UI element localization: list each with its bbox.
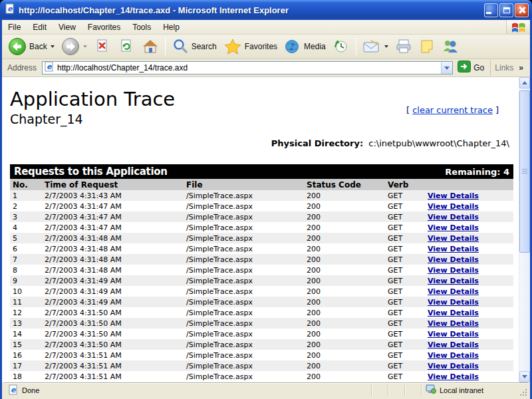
cell-no: 8 (10, 265, 42, 275)
bracket-close: ] (495, 105, 499, 115)
forward-icon (61, 37, 80, 56)
table-row: 7 2/7/2003 4:31:48 AM /SimpleTrace.aspx … (10, 254, 513, 265)
security-zone-pane: Local intranet (421, 385, 519, 396)
view-details-link[interactable]: View Details (428, 372, 479, 381)
search-button[interactable]: Search (168, 36, 220, 57)
history-button[interactable] (329, 36, 353, 57)
address-input[interactable]: e http://localhost/Chapter_14/trace.axd (42, 61, 453, 74)
close-button[interactable] (515, 3, 529, 17)
cell-file: /SimpleTrace.aspx (184, 243, 304, 254)
view-details-link[interactable]: View Details (428, 362, 479, 370)
menu-item[interactable]: File (2, 20, 27, 34)
back-dropdown-arrow[interactable] (51, 45, 55, 48)
cell-time: 2/7/2003 4:31:50 AM (42, 329, 184, 339)
cell-no: 15 (10, 339, 42, 350)
forward-button[interactable] (58, 36, 90, 57)
minimize-button[interactable] (484, 3, 498, 17)
browser-window: e http://localhost/Chapter_14/trace.axd … (0, 0, 532, 399)
view-details-link[interactable]: View Details (428, 255, 479, 264)
view-details-link[interactable]: View Details (428, 330, 479, 338)
cell-no: 16 (10, 350, 42, 360)
cell-no: 10 (10, 286, 42, 297)
scroll-down-button[interactable] (519, 371, 530, 382)
cell-status: 200 (304, 254, 385, 265)
cell-no: 11 (10, 297, 42, 307)
status-pane (388, 385, 404, 396)
print-button[interactable] (392, 36, 416, 57)
scrollbar-thumb[interactable] (519, 90, 530, 253)
view-details-link[interactable]: View Details (428, 213, 479, 221)
maximize-icon (503, 7, 510, 13)
windows-flag-icon (511, 21, 526, 33)
maximize-button[interactable] (499, 3, 513, 17)
stop-button[interactable] (90, 36, 114, 57)
scroll-up-button[interactable] (519, 77, 530, 88)
view-details-link[interactable]: View Details (428, 223, 479, 232)
status-text: Done (22, 386, 39, 394)
cell-status: 200 (304, 371, 385, 382)
cell-verb: GET (385, 275, 425, 286)
home-button[interactable] (138, 36, 162, 57)
table-row: 2 2/7/2003 4:31:47 AM /SimpleTrace.aspx … (10, 201, 513, 211)
cell-file: /SimpleTrace.aspx (184, 254, 304, 265)
cell-time: 2/7/2003 4:31:48 AM (42, 254, 184, 265)
menu-item[interactable]: View (53, 20, 82, 34)
back-button[interactable]: Back (5, 36, 58, 57)
view-details-link[interactable]: View Details (428, 192, 479, 200)
messenger-people-icon (442, 38, 459, 55)
menu-item[interactable]: Edit (27, 20, 53, 34)
mail-dropdown-arrow[interactable] (384, 45, 388, 48)
menu-item[interactable]: Favorites (82, 20, 126, 34)
go-label: Go (473, 63, 484, 72)
cell-no: 12 (10, 307, 42, 318)
cell-time: 2/7/2003 4:31:51 AM (42, 360, 184, 371)
view-details-link[interactable]: View Details (428, 245, 479, 253)
cell-file: /SimpleTrace.aspx (184, 201, 304, 211)
favorites-button[interactable]: Favorites (220, 36, 281, 57)
table-header-row: No. Time of Request File Status Code Ver… (10, 179, 513, 190)
view-details-link[interactable]: View Details (428, 340, 479, 349)
resize-grip-icon[interactable] (519, 388, 528, 397)
cell-verb: GET (385, 297, 425, 307)
vertical-scrollbar[interactable] (519, 77, 530, 382)
view-details-link[interactable]: View Details (428, 234, 479, 243)
edit-button[interactable] (416, 36, 438, 57)
view-details-link[interactable]: View Details (428, 277, 479, 285)
links-toolbar[interactable]: Links » (490, 60, 527, 76)
table-row: 10 2/7/2003 4:31:49 AM /SimpleTrace.aspx… (10, 286, 513, 297)
remaining-count: Remaining: 4 (445, 167, 509, 177)
cell-verb: GET (385, 360, 425, 371)
col-header-details (425, 179, 513, 190)
cell-file: /SimpleTrace.aspx (184, 275, 304, 286)
cell-verb: GET (385, 222, 425, 233)
cell-no: 5 (10, 233, 42, 243)
clear-current-trace-link[interactable]: clear current trace (412, 105, 493, 115)
view-details-link[interactable]: View Details (428, 351, 479, 360)
mail-button[interactable] (359, 36, 392, 57)
view-details-link[interactable]: View Details (428, 298, 479, 307)
view-details-link[interactable]: View Details (428, 266, 479, 275)
table-row: 17 2/7/2003 4:31:51 AM /SimpleTrace.aspx… (10, 360, 513, 371)
cell-status: 200 (304, 201, 385, 211)
scrollbar-track[interactable] (519, 88, 530, 371)
cell-file: /SimpleTrace.aspx (184, 211, 304, 222)
view-details-link[interactable]: View Details (428, 202, 479, 211)
view-details-link[interactable]: View Details (428, 287, 479, 296)
cell-no: 14 (10, 329, 42, 339)
address-dropdown-button[interactable] (441, 62, 452, 74)
table-row: 5 2/7/2003 4:31:48 AM /SimpleTrace.aspx … (10, 233, 513, 243)
menu-item[interactable]: Help (157, 20, 186, 34)
go-button[interactable]: Go (453, 60, 489, 76)
forward-dropdown-arrow[interactable] (83, 45, 87, 48)
refresh-button[interactable] (114, 36, 138, 57)
address-value[interactable]: http://localhost/Chapter_14/trace.axd (55, 63, 441, 72)
menu-item[interactable]: Tools (126, 20, 157, 34)
cell-no: 7 (10, 254, 42, 265)
view-details-link[interactable]: View Details (428, 319, 479, 328)
messenger-button[interactable] (438, 36, 462, 57)
media-button[interactable]: ♪ Media (281, 36, 329, 57)
links-chevron-icon[interactable]: » (519, 63, 523, 72)
view-details-link[interactable]: View Details (428, 309, 479, 317)
scrollbar-grip-icon (522, 169, 527, 174)
page-doc-icon: e (44, 61, 55, 74)
